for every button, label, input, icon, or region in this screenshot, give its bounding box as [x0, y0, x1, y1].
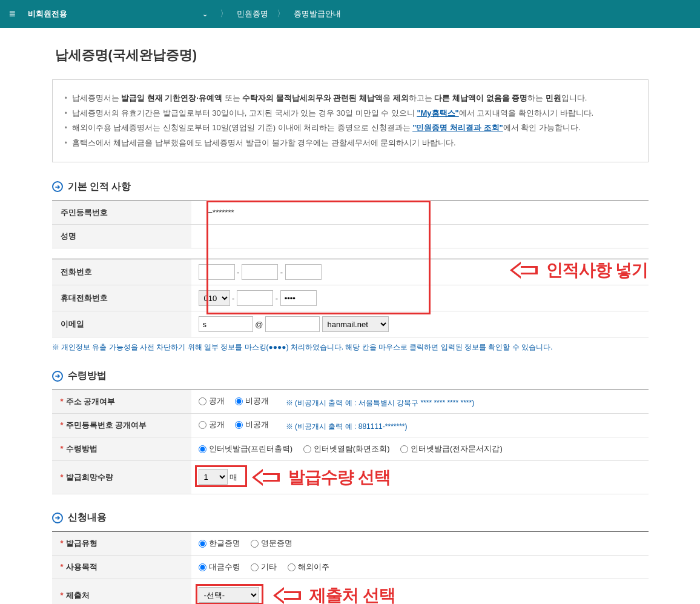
label-dest: *제출처 [52, 579, 191, 604]
privacy-footnote: ※ 개인정보 유출 가능성을 사전 차단하기 위해 일부 정보를 마스킹(●●●… [52, 342, 649, 353]
email-at: @ [255, 320, 263, 329]
radio-purpose-emigrate[interactable]: 해외이주 [288, 562, 329, 572]
label-addr-public: *주소 공개여부 [52, 390, 191, 414]
label-jumin: 주민등록번호 [52, 201, 191, 224]
section-title-personal: ➔ 기본 인적 사항 [52, 181, 649, 193]
label-name: 성명 [52, 224, 191, 248]
annotation-dest: 제출처 선택 [273, 584, 395, 604]
email-domain[interactable] [265, 316, 320, 332]
annotation-personal: 인적사항 넣기 [510, 259, 649, 282]
mobile-prefix-select[interactable]: 010 [199, 290, 230, 306]
notice-3: 해외이주용 납세증명서는 신청일로부터 10일(영업일 기준) 이내에 처리하는… [65, 121, 636, 136]
breadcrumb-item-2[interactable]: 증명발급안내 [285, 8, 349, 19]
arrow-left-icon [273, 587, 302, 604]
link-result-inquiry[interactable]: "민원증명 처리결과 조회" [412, 123, 503, 132]
personal-info-table: 주민등록번호 −******* 성명 [52, 201, 649, 259]
phone-part3[interactable] [285, 264, 322, 280]
radio-purpose-other[interactable]: 기타 [251, 562, 277, 572]
radio-addr-public[interactable]: 공개 [199, 396, 225, 407]
jumin-note: ※ (비공개시 출력 예 : 881111-*******) [286, 422, 408, 431]
link-myhometax[interactable]: "My홈택스" [417, 108, 458, 118]
addr-note: ※ (비공개시 출력 예 : 서울특별시 강북구 **** **** **** … [286, 399, 474, 407]
annotation-qty: 발급수량 선택 [252, 466, 391, 489]
chevron-down-icon: ⌄ [202, 10, 208, 18]
chevron-right-icon: 〉 [220, 8, 228, 19]
page-title: 납세증명(국세완납증명) [52, 46, 649, 64]
breadcrumb-item-1[interactable]: 민원증명 [228, 8, 277, 19]
value-jumin: −******* [199, 208, 234, 217]
label-email: 이메일 [52, 311, 191, 337]
radio-jumin-private[interactable]: 비공개 [235, 419, 269, 430]
apply-table: *발급유형 한글증명 영문증명 *사용목적 대금수령 기타 해외이주 *제출처 … [52, 531, 649, 604]
menu-icon[interactable]: ≡ [9, 8, 16, 21]
radio-recv-wallet[interactable]: 인터넷발급(전자문서지갑) [400, 443, 503, 454]
label-qty: *발급희망수량 [52, 461, 191, 494]
mobile-mid[interactable] [237, 290, 273, 306]
label-mobile: 휴대전화번호 [52, 285, 191, 311]
label-jumin-public: *주민등록번호 공개여부 [52, 414, 191, 437]
notice-box: 납세증명서는 발급일 현재 기한연장·유예액 또는 수탁자의 물적납세의무와 관… [52, 79, 649, 162]
phone-part2[interactable] [242, 264, 278, 280]
radio-recv-view[interactable]: 인터넷열람(화면조회) [303, 443, 390, 454]
radio-purpose-payment[interactable]: 대금수령 [199, 562, 240, 572]
notice-1: 납세증명서는 발급일 현재 기한연장·유예액 또는 수탁자의 물적납세의무와 관… [65, 91, 636, 106]
radio-jumin-public[interactable]: 공개 [199, 419, 225, 430]
qty-select[interactable]: 1 [199, 469, 228, 485]
section-title-receipt: ➔ 수령방법 [52, 370, 649, 382]
radio-recv-print[interactable]: 인터넷발급(프린터출력) [199, 443, 293, 454]
label-recv-method: *수령방법 [52, 437, 191, 461]
top-nav: ≡ 비회원전용 ⌄ 〉 민원증명 〉 증명발급안내 [0, 0, 700, 28]
section-bullet-icon: ➔ [52, 181, 63, 192]
email-domain-select[interactable]: hanmail.net [322, 316, 389, 332]
arrow-left-icon [252, 469, 281, 486]
mobile-end[interactable] [280, 290, 317, 306]
qty-unit: 매 [229, 473, 237, 482]
radio-type-ko[interactable]: 한글증명 [199, 538, 240, 549]
receipt-table: *주소 공개여부 공개 비공개 ※ (비공개시 출력 예 : 서울특별시 강북구… [52, 390, 649, 494]
label-phone: 전화번호 [52, 259, 191, 285]
nav-dropdown[interactable]: ⌄ [187, 10, 220, 18]
arrow-left-icon [510, 262, 539, 279]
breadcrumb: 〉 민원증명 〉 증명발급안내 [220, 8, 349, 19]
email-id[interactable] [199, 316, 253, 332]
nav-main-label[interactable]: 비회원전용 [22, 8, 73, 19]
label-issue-type: *발급유형 [52, 532, 191, 556]
radio-addr-private[interactable]: 비공개 [235, 396, 269, 407]
section-bullet-icon: ➔ [52, 513, 63, 523]
notice-4: 홈택스에서 체납세금을 납부했음에도 납세증명서 발급이 불가할 경우에는 관할… [65, 136, 636, 151]
phone-part1[interactable] [199, 264, 235, 280]
radio-type-en[interactable]: 영문증명 [251, 538, 292, 549]
notice-2: 납세증명서의 유효기간은 발급일로부터 30일이나, 고지된 국세가 있는 경우… [65, 106, 636, 121]
chevron-right-icon: 〉 [277, 8, 285, 19]
dest-select[interactable]: -선택- [199, 587, 259, 603]
section-bullet-icon: ➔ [52, 371, 63, 382]
section-title-apply: ➔ 신청내용 [52, 511, 649, 524]
label-purpose: *사용목적 [52, 556, 191, 579]
